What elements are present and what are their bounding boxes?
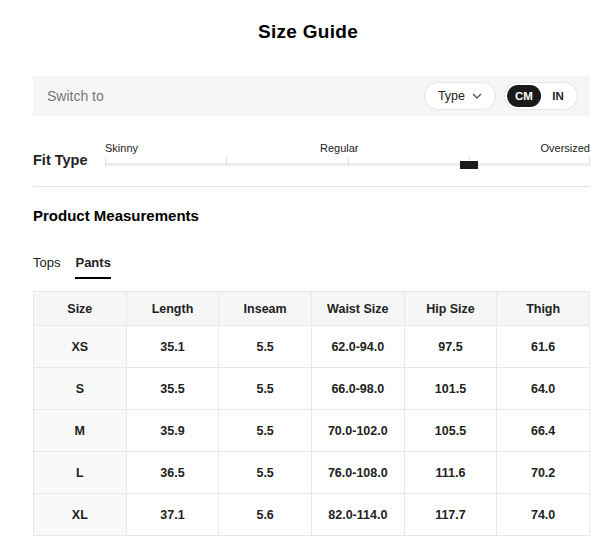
table-row: S 35.5 5.5 66.0-98.0 101.5 64.0 bbox=[34, 368, 590, 410]
column-header-hip: Hip Size bbox=[404, 292, 497, 326]
value-cell: 101.5 bbox=[404, 368, 497, 410]
chevron-down-icon bbox=[472, 93, 482, 99]
slider-tick bbox=[226, 157, 227, 166]
size-cell: S bbox=[34, 368, 127, 410]
unit-option-cm[interactable]: CM bbox=[507, 85, 541, 107]
slider-tick bbox=[589, 157, 590, 166]
unit-option-in[interactable]: IN bbox=[541, 85, 575, 107]
value-cell: 82.0-114.0 bbox=[311, 494, 404, 536]
switch-to-label: Switch to bbox=[47, 88, 104, 104]
value-cell: 76.0-108.0 bbox=[311, 452, 404, 494]
value-cell: 5.5 bbox=[219, 452, 312, 494]
size-cell: M bbox=[34, 410, 127, 452]
column-header-inseam: Inseam bbox=[219, 292, 312, 326]
value-cell: 37.1 bbox=[126, 494, 219, 536]
size-cell: XL bbox=[34, 494, 127, 536]
value-cell: 117.7 bbox=[404, 494, 497, 536]
fit-slider-track bbox=[105, 163, 590, 166]
value-cell: 64.0 bbox=[497, 368, 590, 410]
value-cell: 62.0-94.0 bbox=[311, 326, 404, 368]
size-guide-dialog: Size Guide Switch to Type CM IN Fit Type… bbox=[0, 0, 616, 549]
tab-tops[interactable]: Tops bbox=[33, 255, 60, 279]
fit-type-section: Fit Type Skinny Regular Oversized bbox=[33, 142, 590, 169]
value-cell: 97.5 bbox=[404, 326, 497, 368]
column-header-waist: Waist Size bbox=[311, 292, 404, 326]
value-cell: 35.1 bbox=[126, 326, 219, 368]
fit-slider-indicator bbox=[460, 161, 478, 169]
type-dropdown-button[interactable]: Type bbox=[424, 82, 496, 110]
value-cell: 35.9 bbox=[126, 410, 219, 452]
table-header-row: Size Length Inseam Waist Size Hip Size T… bbox=[34, 292, 590, 326]
column-header-size: Size bbox=[34, 292, 127, 326]
column-header-thigh: Thigh bbox=[497, 292, 590, 326]
fit-scale-label-regular: Regular bbox=[320, 142, 359, 154]
slider-tick bbox=[348, 157, 349, 166]
fit-scale-label-skinny: Skinny bbox=[105, 142, 138, 154]
value-cell: 74.0 bbox=[497, 494, 590, 536]
switch-to-bar: Switch to Type CM IN bbox=[33, 76, 590, 116]
value-cell: 5.5 bbox=[219, 326, 312, 368]
tab-pants[interactable]: Pants bbox=[75, 255, 110, 279]
value-cell: 36.5 bbox=[126, 452, 219, 494]
value-cell: 61.6 bbox=[497, 326, 590, 368]
value-cell: 70.2 bbox=[497, 452, 590, 494]
category-tabs: Tops Pants bbox=[33, 255, 616, 279]
measurements-table: Size Length Inseam Waist Size Hip Size T… bbox=[33, 291, 590, 536]
switch-controls: Type CM IN bbox=[424, 82, 578, 110]
value-cell: 66.0-98.0 bbox=[311, 368, 404, 410]
unit-toggle: CM IN bbox=[504, 82, 578, 110]
value-cell: 111.6 bbox=[404, 452, 497, 494]
fit-scale-labels: Skinny Regular Oversized bbox=[105, 142, 590, 154]
table-row: XS 35.1 5.5 62.0-94.0 97.5 61.6 bbox=[34, 326, 590, 368]
fit-type-slider: Skinny Regular Oversized bbox=[105, 142, 590, 169]
value-cell: 66.4 bbox=[497, 410, 590, 452]
table-row: L 36.5 5.5 76.0-108.0 111.6 70.2 bbox=[34, 452, 590, 494]
table-row: M 35.9 5.5 70.0-102.0 105.5 66.4 bbox=[34, 410, 590, 452]
size-cell: L bbox=[34, 452, 127, 494]
table-row: XL 37.1 5.6 82.0-114.0 117.7 74.0 bbox=[34, 494, 590, 536]
size-cell: XS bbox=[34, 326, 127, 368]
section-divider bbox=[33, 186, 590, 187]
page-title: Size Guide bbox=[0, 0, 616, 43]
value-cell: 35.5 bbox=[126, 368, 219, 410]
fit-scale-label-oversized: Oversized bbox=[540, 142, 590, 154]
column-header-length: Length bbox=[126, 292, 219, 326]
value-cell: 105.5 bbox=[404, 410, 497, 452]
slider-tick bbox=[105, 157, 106, 166]
type-dropdown-label: Type bbox=[438, 89, 465, 103]
fit-type-label: Fit Type bbox=[33, 151, 105, 169]
product-measurements-heading: Product Measurements bbox=[33, 207, 616, 224]
value-cell: 5.5 bbox=[219, 368, 312, 410]
value-cell: 5.6 bbox=[219, 494, 312, 536]
value-cell: 5.5 bbox=[219, 410, 312, 452]
value-cell: 70.0-102.0 bbox=[311, 410, 404, 452]
